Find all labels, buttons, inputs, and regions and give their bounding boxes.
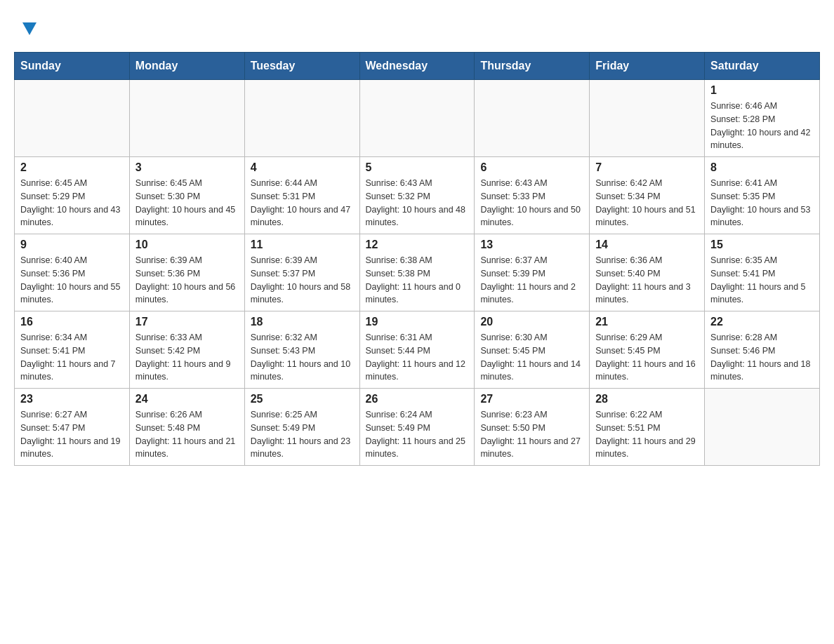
day-cell-9: 9Sunrise: 6:40 AMSunset: 5:36 PMDaylight… (15, 234, 130, 311)
day-cell-10: 10Sunrise: 6:39 AMSunset: 5:36 PMDayligh… (129, 234, 244, 311)
col-header-tuesday: Tuesday (244, 53, 359, 80)
week-row-2: 2Sunrise: 6:45 AMSunset: 5:29 PMDaylight… (15, 157, 820, 234)
calendar-header-row: SundayMondayTuesdayWednesdayThursdayFrid… (15, 53, 820, 80)
day-number: 2 (20, 161, 124, 174)
day-cell-1: 1Sunrise: 6:46 AMSunset: 5:28 PMDaylight… (705, 80, 820, 157)
day-number: 12 (366, 239, 469, 251)
day-number: 24 (135, 393, 239, 405)
day-number: 19 (366, 316, 469, 328)
day-number: 13 (480, 239, 583, 251)
week-row-1: 1Sunrise: 6:46 AMSunset: 5:28 PMDaylight… (15, 80, 820, 157)
day-cell-15: 15Sunrise: 6:35 AMSunset: 5:41 PMDayligh… (705, 234, 820, 311)
day-cell-11: 11Sunrise: 6:39 AMSunset: 5:37 PMDayligh… (244, 234, 359, 311)
day-info: Sunrise: 6:40 AMSunset: 5:36 PMDaylight:… (20, 254, 124, 307)
day-cell-13: 13Sunrise: 6:37 AMSunset: 5:39 PMDayligh… (475, 234, 590, 311)
day-info: Sunrise: 6:43 AMSunset: 5:32 PMDaylight:… (366, 177, 469, 229)
col-header-wednesday: Wednesday (359, 53, 475, 80)
day-info: Sunrise: 6:35 AMSunset: 5:41 PMDaylight:… (710, 254, 814, 307)
day-info: Sunrise: 6:28 AMSunset: 5:46 PMDaylight:… (710, 331, 814, 384)
day-cell-17: 17Sunrise: 6:33 AMSunset: 5:42 PMDayligh… (129, 311, 244, 389)
day-info: Sunrise: 6:27 AMSunset: 5:47 PMDaylight:… (20, 408, 124, 461)
day-number: 4 (251, 161, 354, 174)
day-cell-22: 22Sunrise: 6:28 AMSunset: 5:46 PMDayligh… (705, 311, 820, 389)
day-number: 6 (480, 161, 583, 174)
day-cell-19: 19Sunrise: 6:31 AMSunset: 5:44 PMDayligh… (359, 311, 475, 389)
day-cell-27: 27Sunrise: 6:23 AMSunset: 5:50 PMDayligh… (475, 389, 590, 466)
day-cell-23: 23Sunrise: 6:27 AMSunset: 5:47 PMDayligh… (15, 389, 130, 466)
col-header-friday: Friday (590, 53, 705, 80)
day-info: Sunrise: 6:29 AMSunset: 5:45 PMDaylight:… (595, 331, 699, 384)
day-cell-3: 3Sunrise: 6:45 AMSunset: 5:30 PMDaylight… (129, 157, 244, 234)
empty-cell (590, 80, 705, 157)
empty-cell (359, 80, 475, 157)
day-info: Sunrise: 6:34 AMSunset: 5:41 PMDaylight:… (20, 331, 124, 384)
day-cell-18: 18Sunrise: 6:32 AMSunset: 5:43 PMDayligh… (244, 311, 359, 389)
day-cell-12: 12Sunrise: 6:38 AMSunset: 5:38 PMDayligh… (359, 234, 475, 311)
day-number: 17 (135, 316, 239, 328)
day-number: 16 (20, 316, 124, 328)
day-info: Sunrise: 6:39 AMSunset: 5:37 PMDaylight:… (251, 254, 354, 307)
day-cell-25: 25Sunrise: 6:25 AMSunset: 5:49 PMDayligh… (244, 389, 359, 466)
day-number: 9 (20, 239, 124, 251)
day-cell-8: 8Sunrise: 6:41 AMSunset: 5:35 PMDaylight… (705, 157, 820, 234)
day-number: 18 (251, 316, 354, 328)
day-info: Sunrise: 6:43 AMSunset: 5:33 PMDaylight:… (480, 177, 583, 229)
day-number: 3 (135, 161, 239, 174)
day-cell-28: 28Sunrise: 6:22 AMSunset: 5:51 PMDayligh… (590, 389, 705, 466)
day-info: Sunrise: 6:37 AMSunset: 5:39 PMDaylight:… (480, 254, 583, 307)
day-info: Sunrise: 6:26 AMSunset: 5:48 PMDaylight:… (135, 408, 239, 461)
day-info: Sunrise: 6:42 AMSunset: 5:34 PMDaylight:… (595, 177, 699, 229)
day-number: 1 (710, 84, 814, 97)
day-info: Sunrise: 6:38 AMSunset: 5:38 PMDaylight:… (366, 254, 469, 307)
day-number: 7 (595, 161, 699, 174)
day-cell-21: 21Sunrise: 6:29 AMSunset: 5:45 PMDayligh… (590, 311, 705, 389)
day-info: Sunrise: 6:32 AMSunset: 5:43 PMDaylight:… (251, 331, 354, 384)
col-header-thursday: Thursday (475, 53, 590, 80)
day-cell-6: 6Sunrise: 6:43 AMSunset: 5:33 PMDaylight… (475, 157, 590, 234)
day-cell-2: 2Sunrise: 6:45 AMSunset: 5:29 PMDaylight… (15, 157, 130, 234)
day-number: 20 (480, 316, 583, 328)
day-number: 14 (595, 239, 699, 251)
svg-marker-0 (22, 22, 37, 35)
day-cell-7: 7Sunrise: 6:42 AMSunset: 5:34 PMDaylight… (590, 157, 705, 234)
day-number: 21 (595, 316, 699, 328)
day-cell-16: 16Sunrise: 6:34 AMSunset: 5:41 PMDayligh… (15, 311, 130, 389)
day-info: Sunrise: 6:23 AMSunset: 5:50 PMDaylight:… (480, 408, 583, 461)
day-info: Sunrise: 6:31 AMSunset: 5:44 PMDaylight:… (366, 331, 469, 384)
week-row-4: 16Sunrise: 6:34 AMSunset: 5:41 PMDayligh… (15, 311, 820, 389)
day-number: 26 (366, 393, 469, 405)
week-row-3: 9Sunrise: 6:40 AMSunset: 5:36 PMDaylight… (15, 234, 820, 311)
day-cell-24: 24Sunrise: 6:26 AMSunset: 5:48 PMDayligh… (129, 389, 244, 466)
empty-cell (244, 80, 359, 157)
day-cell-5: 5Sunrise: 6:43 AMSunset: 5:32 PMDaylight… (359, 157, 475, 234)
day-info: Sunrise: 6:44 AMSunset: 5:31 PMDaylight:… (251, 177, 354, 229)
week-row-5: 23Sunrise: 6:27 AMSunset: 5:47 PMDayligh… (15, 389, 820, 466)
col-header-monday: Monday (129, 53, 244, 80)
day-number: 28 (595, 393, 699, 405)
day-info: Sunrise: 6:41 AMSunset: 5:35 PMDaylight:… (710, 177, 814, 229)
col-header-saturday: Saturday (705, 53, 820, 80)
page-header (14, 14, 820, 45)
day-number: 8 (710, 161, 814, 174)
empty-cell (15, 80, 130, 157)
day-number: 27 (480, 393, 583, 405)
day-info: Sunrise: 6:39 AMSunset: 5:36 PMDaylight:… (135, 254, 239, 307)
empty-cell (129, 80, 244, 157)
day-cell-4: 4Sunrise: 6:44 AMSunset: 5:31 PMDaylight… (244, 157, 359, 234)
col-header-sunday: Sunday (15, 53, 130, 80)
day-info: Sunrise: 6:25 AMSunset: 5:49 PMDaylight:… (251, 408, 354, 461)
day-info: Sunrise: 6:46 AMSunset: 5:28 PMDaylight:… (710, 100, 814, 152)
empty-cell (475, 80, 590, 157)
day-number: 15 (710, 239, 814, 251)
day-info: Sunrise: 6:30 AMSunset: 5:45 PMDaylight:… (480, 331, 583, 384)
logo (14, 14, 44, 45)
day-number: 23 (20, 393, 124, 405)
day-info: Sunrise: 6:33 AMSunset: 5:42 PMDaylight:… (135, 331, 239, 384)
day-number: 25 (251, 393, 354, 405)
logo-arrow-icon (22, 22, 37, 35)
day-cell-20: 20Sunrise: 6:30 AMSunset: 5:45 PMDayligh… (475, 311, 590, 389)
day-info: Sunrise: 6:22 AMSunset: 5:51 PMDaylight:… (595, 408, 699, 461)
day-number: 10 (135, 239, 239, 251)
day-number: 22 (710, 316, 814, 328)
day-cell-14: 14Sunrise: 6:36 AMSunset: 5:40 PMDayligh… (590, 234, 705, 311)
